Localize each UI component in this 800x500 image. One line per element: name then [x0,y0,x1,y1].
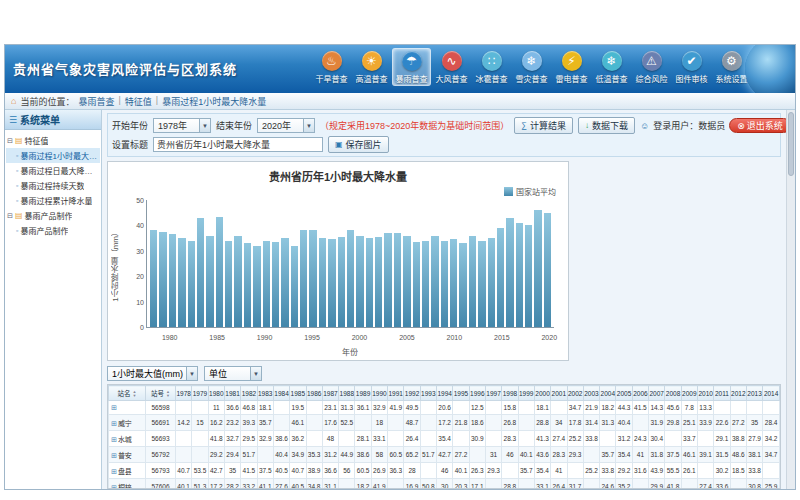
column-header-2009[interactable]: 2009 [681,386,697,401]
value-cell [583,479,599,489]
calculate-button[interactable]: ∑ 计算结果 [514,117,573,134]
sidebar-group-1[interactable]: ⊟▤暴雨产品制作 [6,208,100,223]
column-header-1983[interactable]: 1983 [257,386,273,401]
vertical-scrollbar[interactable] [786,110,795,489]
column-header-2005[interactable]: 2005 [616,386,632,401]
breadcrumb-item[interactable]: 特征值 [125,95,152,108]
column-header-2006[interactable]: 2006 [632,386,648,401]
column-header-1988[interactable]: 1988 [339,386,355,401]
station-name-cell: ⊞威宁 [109,415,146,431]
nav-item-wind[interactable]: ∿大风普查 [432,48,471,86]
download-button[interactable]: ↓ 数据下载 [578,117,635,134]
sidebar-item-0-1[interactable]: ▫暴雨过程日最大降水量 [6,163,100,178]
document-icon: ▫ [16,197,18,204]
nav-item-heat[interactable]: ☀高温普查 [352,48,391,86]
save-image-button[interactable]: ▣ 保存图片 [328,136,389,153]
scrollbar-thumb[interactable] [788,112,794,176]
sidebar-item-0-2[interactable]: ▫暴雨过程持续天数 [6,178,100,193]
column-header-2008[interactable]: 2008 [665,386,681,401]
column-header-2001[interactable]: 2001 [551,386,567,401]
expand-icon[interactable]: ⊞ [111,420,117,427]
nav-item-risk[interactable]: ⚠综合风险 [632,48,671,86]
expand-icon[interactable]: ⊞ [111,436,117,443]
column-header-1997[interactable]: 1997 [485,386,501,401]
end-year-select[interactable]: 2020年 ▼ [257,118,315,133]
value-cell: 31.1 [322,479,338,489]
sidebar-item-0-0[interactable]: ▫暴雨过程1小时最大降水量 [6,148,100,163]
bar-2017 [516,223,523,327]
column-header-1992[interactable]: 1992 [404,386,420,401]
collapse-icon[interactable]: ⊟ [7,137,13,145]
column-header-1990[interactable]: 1990 [371,386,387,401]
value-cell: 32.7 [224,431,240,447]
bar-1984 [206,236,213,327]
column-header-2004[interactable]: 2004 [600,386,616,401]
column-header-2013[interactable]: 2013 [746,386,762,401]
column-header-2003[interactable]: 2003 [583,386,599,401]
column-header-站名[interactable]: 站名▲▼ [109,386,146,401]
column-header-1980[interactable]: 1980 [208,386,224,401]
value-cell: 44.3 [616,401,632,415]
expand-icon[interactable]: ⊞ [111,468,117,475]
column-header-1991[interactable]: 1991 [388,386,404,401]
composite-risk-icon: ⚠ [642,51,662,71]
nav-item-lightning[interactable]: ⚡雷电普查 [552,48,591,86]
x-tick-label: 1995 [304,334,320,341]
column-header-1996[interactable]: 1996 [469,386,485,401]
nav-item-lowtemp[interactable]: ❄低温普查 [592,48,631,86]
logout-button[interactable]: ⊗ 退出系统 [729,118,791,133]
column-header-1978[interactable]: 1978 [176,386,192,401]
column-header-1989[interactable]: 1989 [355,386,371,401]
nav-item-review[interactable]: ✔图件审核 [672,48,711,86]
sidebar-item-1-0[interactable]: ▫暴雨产品制作 [6,223,100,238]
value-cell: 36.6 [224,401,240,415]
column-header-1987[interactable]: 1987 [322,386,338,401]
nav-item-hail[interactable]: ∷冰雹普查 [472,48,511,86]
station-name-cell: ⊞盘县 [109,463,146,479]
collapse-icon[interactable]: ⊟ [7,212,13,220]
column-header-1995[interactable]: 1995 [453,386,469,401]
column-header-2011[interactable]: 2011 [714,386,730,401]
expand-icon[interactable]: ⊞ [111,452,117,459]
nav-item-drought[interactable]: ♨干旱普查 [312,48,351,86]
column-header-站号[interactable]: 站号▲▼ [146,386,176,401]
filter-row-2: 设置标题 ▣ 保存图片 [112,135,776,154]
column-header-2000[interactable]: 2000 [534,386,550,401]
value-type-select[interactable]: 1小时最大值(mm) ▼ [107,366,198,381]
chart-title-input[interactable] [153,137,323,152]
breadcrumb-item[interactable]: 暴雨普查 [78,95,114,108]
column-header-1979[interactable]: 1979 [192,386,208,401]
sidebar-group-0[interactable]: ⊟▤特征值 [6,133,100,148]
unit-select[interactable]: 单位 ▼ [204,366,262,381]
column-header-2014[interactable]: 2014 [763,386,780,401]
column-header-1998[interactable]: 1998 [502,386,518,401]
column-header-1986[interactable]: 1986 [306,386,322,401]
station-id-cell: 56793 [146,463,176,479]
bar-1996 [319,238,326,327]
column-header-2007[interactable]: 2007 [649,386,665,401]
sort-icons[interactable]: ▲▼ [133,390,137,398]
column-header-2002[interactable]: 2002 [567,386,583,401]
value-cell: 34.8 [306,479,322,489]
value-cell [192,401,208,415]
column-header-1984[interactable]: 1984 [273,386,289,401]
column-header-2012[interactable]: 2012 [730,386,746,401]
sort-icons[interactable]: ▲▼ [166,390,170,398]
column-header-1999[interactable]: 1999 [518,386,534,401]
expand-icon[interactable]: ⊞ [111,484,117,489]
start-year-select[interactable]: 1978年 ▼ [153,118,211,133]
column-header-1982[interactable]: 1982 [241,386,257,401]
column-header-1994[interactable]: 1994 [437,386,453,401]
column-header-2010[interactable]: 2010 [698,386,714,401]
column-header-1981[interactable]: 1981 [224,386,240,401]
breadcrumb-item[interactable]: 暴雨过程1小时最大降水量 [162,95,266,108]
column-header-1993[interactable]: 1993 [420,386,436,401]
range-note: （规定采用1978~2020年数据为基础时间范围） [320,119,509,132]
nav-item-rainstorm[interactable]: ☂暴雨普查 [392,48,431,86]
table-header-row: 站名▲▼站号▲▼19781979198019811982198319841985… [109,386,780,401]
value-cell: 40.1 [518,447,534,463]
nav-item-snow[interactable]: ❄雪灾普查 [512,48,551,86]
column-header-1985[interactable]: 1985 [290,386,306,401]
expand-icon[interactable]: ⊞ [111,404,117,411]
sidebar-item-0-3[interactable]: ▫暴雨过程累计降水量 [6,193,100,208]
